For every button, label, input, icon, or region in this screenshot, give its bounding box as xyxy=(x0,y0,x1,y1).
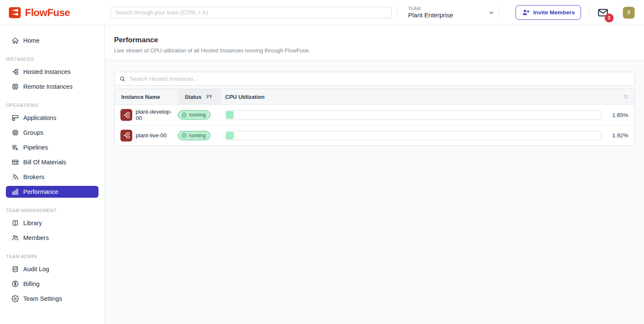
cpu-percent-value: 1.65% xyxy=(606,112,634,118)
flowfuse-logo-text: FlowFuse xyxy=(25,7,70,19)
arrows-up-down-icon xyxy=(622,93,629,100)
cpu-bar-cell xyxy=(221,131,606,140)
sidebar-item-label: Brokers xyxy=(23,174,44,180)
status-label: running xyxy=(189,133,206,139)
cpu-utilization-bar xyxy=(225,131,601,140)
status-label: running xyxy=(189,112,206,118)
cpu-utilization-fill xyxy=(226,132,234,139)
database-icon xyxy=(11,265,19,273)
sidebar-item-members[interactable]: Members xyxy=(6,232,98,244)
instance-name: plant-develop-00 xyxy=(136,109,178,121)
sidebar-item-bill-of-materials[interactable]: Bill Of Materials xyxy=(6,156,98,168)
column-header-cpu-utilization[interactable]: CPU Utilization xyxy=(221,89,606,104)
sidebar-item-groups[interactable]: Groups xyxy=(6,127,98,139)
sidebar-item-team-settings[interactable]: Team Settings xyxy=(6,293,98,305)
sidebar-item-label: Library xyxy=(23,220,42,226)
rectangle-group-icon xyxy=(11,114,19,122)
avatar[interactable]: fl xyxy=(623,7,635,19)
instance-search-box[interactable] xyxy=(114,72,635,86)
invite-members-label: Invite Members xyxy=(533,9,575,16)
bars-arrow-up-icon xyxy=(206,93,213,100)
main-content: Performance Live stream of CPU utilizati… xyxy=(105,25,644,324)
divider xyxy=(589,7,589,18)
page-title: Performance xyxy=(114,36,635,44)
status-cell: running xyxy=(178,131,221,140)
team-selector[interactable]: TEAM: Plant Enterprise xyxy=(408,6,495,19)
sidebar-item-hosted-instances[interactable]: Hosted Instances xyxy=(6,66,98,78)
play-circle-icon xyxy=(181,112,187,118)
search-icon xyxy=(119,76,126,82)
notification-badge: 2 xyxy=(605,14,614,22)
sidebar-item-library[interactable]: Library xyxy=(6,217,98,229)
notifications-button[interactable]: 2 xyxy=(596,5,610,20)
sidebar-item-label: Remote Instances xyxy=(23,83,73,90)
rss-icon xyxy=(11,173,19,181)
user-plus-icon xyxy=(522,8,530,16)
cpu-bar-cell xyxy=(221,110,606,120)
sidebar-section-operations: OPERATIONS xyxy=(0,103,104,108)
divider xyxy=(397,7,397,18)
sidebar-item-brokers[interactable]: Brokers xyxy=(6,171,98,183)
divider xyxy=(499,7,499,18)
team-label: TEAM: xyxy=(408,6,453,11)
cpu-percent-value: 1.92% xyxy=(606,132,634,139)
column-header-value-sort[interactable] xyxy=(606,89,634,104)
sidebar-section-team-management: TEAM MANAGEMENT xyxy=(0,208,104,213)
column-header-instance-name[interactable]: Instance Name xyxy=(115,89,178,104)
page-subtitle: Live stream of CPU utilization of all Ho… xyxy=(114,47,635,54)
sidebar-section-team-admin: TEAM ADMIN xyxy=(0,254,104,259)
sidebar-item-home[interactable]: Home xyxy=(6,35,98,46)
users-icon xyxy=(11,234,19,242)
sidebar-item-remote-instances[interactable]: Remote Instances xyxy=(6,81,98,93)
sidebar-item-label: Home xyxy=(23,37,40,44)
gear-icon xyxy=(11,295,19,302)
sidebar-item-label: Performance xyxy=(23,188,58,195)
pipelines-icon xyxy=(11,144,19,151)
sidebar-item-applications[interactable]: Applications xyxy=(6,112,98,124)
top-bar: FlowFuse TEAM: Plant Enterprise Invite M… xyxy=(0,0,644,25)
status-cell: running xyxy=(178,110,221,120)
column-header-status[interactable]: Status xyxy=(178,89,221,104)
sidebar-item-label: Bill Of Materials xyxy=(23,159,66,166)
column-header-status-label: Status xyxy=(185,94,202,100)
instance-name: plant-live-00 xyxy=(136,132,167,139)
chip-group-icon xyxy=(11,129,19,136)
home-icon xyxy=(11,37,19,44)
book-open-icon xyxy=(11,219,19,227)
table-header-row: Instance Name Status CPU Utilization xyxy=(115,89,634,105)
sidebar-item-pipelines[interactable]: Pipelines xyxy=(6,142,98,153)
sidebar-item-label: Groups xyxy=(23,129,44,136)
cpu-chip-icon xyxy=(11,83,19,90)
status-badge: running xyxy=(178,131,210,140)
flowfuse-logo[interactable]: FlowFuse xyxy=(0,6,105,19)
cpu-utilization-bar xyxy=(225,110,601,120)
sidebar-item-label: Audit Log xyxy=(23,266,49,272)
chevron-down-icon xyxy=(488,9,495,16)
instance-name-cell: plant-live-00 xyxy=(115,130,178,142)
team-search-input[interactable] xyxy=(111,7,392,18)
chart-bar-icon xyxy=(11,188,19,196)
sidebar-item-performance[interactable]: Performance xyxy=(6,186,98,198)
performance-panel: Instance Name Status CPU Utilization xyxy=(105,60,644,324)
node-red-icon xyxy=(11,68,19,76)
table-row[interactable]: plant-develop-00 running xyxy=(115,105,634,125)
node-red-icon xyxy=(120,130,132,142)
sidebar-section-instances: INSTANCES xyxy=(0,57,104,62)
node-red-icon xyxy=(120,109,132,121)
team-name: Plant Enterprise xyxy=(408,11,453,19)
invite-members-button[interactable]: Invite Members xyxy=(516,5,581,20)
currency-dollar-icon xyxy=(11,280,19,288)
status-badge: running xyxy=(178,110,210,120)
sidebar-item-label: Team Settings xyxy=(23,295,62,302)
sidebar-item-label: Members xyxy=(23,234,49,241)
sidebar-item-label: Hosted Instances xyxy=(23,68,71,75)
sidebar-item-billing[interactable]: Billing xyxy=(6,278,98,290)
sidebar-item-label: Applications xyxy=(23,114,56,121)
table-row[interactable]: plant-live-00 running xyxy=(115,125,634,145)
sidebar-item-label: Pipelines xyxy=(23,144,48,151)
flowfuse-logo-icon xyxy=(8,6,21,19)
sidebar-item-audit-log[interactable]: Audit Log xyxy=(6,263,98,275)
sidebar: Home INSTANCES Hosted Instances Remote I… xyxy=(0,25,105,324)
instance-search-input[interactable] xyxy=(130,76,630,82)
instances-table: Instance Name Status CPU Utilization xyxy=(114,89,635,146)
